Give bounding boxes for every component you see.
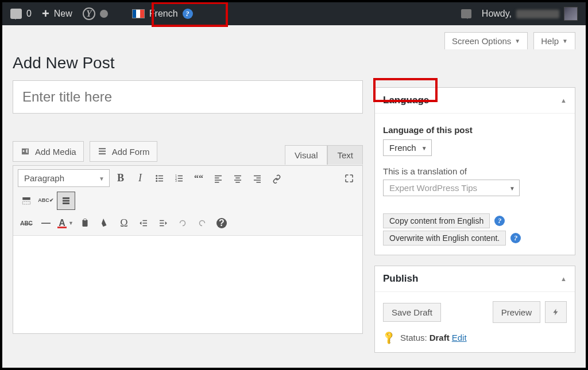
link-button[interactable] <box>268 170 285 187</box>
svg-rect-22 <box>254 180 261 181</box>
publish-box-header[interactable]: Publish ▲ <box>375 266 575 292</box>
status-value: Draft <box>430 333 450 342</box>
language-box-header[interactable]: Language ▲ <box>375 88 575 114</box>
svg-rect-1 <box>158 175 163 176</box>
editor-content-area[interactable] <box>13 236 362 333</box>
svg-rect-34 <box>160 220 164 221</box>
publish-postbox: Publish ▲ Save Draft Preview <box>374 266 575 353</box>
bolt-icon <box>552 307 560 317</box>
admin-language-switch[interactable]: French ? <box>132 9 193 19</box>
plus-icon: + <box>42 7 49 20</box>
language-field-label: Language of this post <box>383 125 567 135</box>
redo-button[interactable] <box>194 215 211 232</box>
language-postbox: Language ▲ Language of this post French … <box>374 87 575 255</box>
svg-rect-3 <box>158 178 163 179</box>
svg-rect-36 <box>160 225 164 227</box>
preview-changes-button[interactable] <box>545 301 567 323</box>
admin-new[interactable]: + New <box>42 7 72 20</box>
post-title-input[interactable] <box>13 80 363 114</box>
language-select[interactable]: French <box>383 139 432 156</box>
svg-rect-35 <box>160 223 164 224</box>
spellcheck-button[interactable]: ABC✔ <box>37 192 55 209</box>
svg-point-4 <box>156 180 157 182</box>
translation-of-select[interactable]: Expert WordPress Tips <box>383 180 520 196</box>
caret-down-icon: ▼ <box>68 220 74 226</box>
caret-up-icon: ▲ <box>560 97 567 104</box>
svg-point-0 <box>156 175 157 177</box>
admin-yoast[interactable]: Y <box>83 7 108 20</box>
svg-rect-23 <box>257 182 261 183</box>
align-left-button[interactable] <box>210 170 227 187</box>
svg-rect-12 <box>215 175 222 176</box>
paragraph-select-label: Paragraph <box>24 173 64 183</box>
avatar-icon <box>564 7 578 21</box>
admin-account[interactable]: Howdy, <box>482 7 578 21</box>
align-right-button[interactable] <box>249 170 266 187</box>
add-form-button[interactable]: Add Form <box>90 141 157 162</box>
undo-button[interactable] <box>174 215 191 232</box>
svg-rect-31 <box>143 220 148 221</box>
insert-read-more-button[interactable] <box>18 192 35 209</box>
save-draft-button[interactable]: Save Draft <box>383 303 441 322</box>
svg-rect-13 <box>215 177 219 178</box>
svg-rect-19 <box>235 182 240 183</box>
svg-rect-14 <box>215 180 222 181</box>
speech-bubble-icon <box>10 9 22 19</box>
username-redacted <box>516 10 559 18</box>
overwrite-content-button[interactable]: Overwrite with English content. <box>383 231 506 246</box>
status-edit-link[interactable]: Edit <box>452 333 467 342</box>
new-label: New <box>54 9 72 19</box>
svg-rect-27 <box>63 200 69 202</box>
fullscreen-button[interactable] <box>341 170 358 187</box>
svg-rect-16 <box>234 175 241 176</box>
help-icon[interactable]: ? <box>183 9 193 19</box>
howdy-label: Howdy, <box>482 9 512 19</box>
caret-down-icon: ▼ <box>562 38 568 44</box>
svg-rect-8 <box>178 180 183 181</box>
italic-button[interactable]: I <box>131 170 149 187</box>
text-color-button[interactable]: A ▼ <box>57 215 74 232</box>
bold-button[interactable]: B <box>112 170 129 187</box>
key-icon: 🔑 <box>381 330 397 346</box>
paragraph-select[interactable]: Paragraph <box>18 169 110 187</box>
bulleted-list-button[interactable] <box>151 170 168 187</box>
tab-text[interactable]: Text <box>327 145 363 165</box>
form-icon <box>97 146 107 157</box>
tab-visual[interactable]: Visual <box>285 145 328 165</box>
svg-rect-25 <box>22 202 30 205</box>
copy-content-button[interactable]: Copy content from English <box>383 213 490 228</box>
toolbar-toggle-button[interactable] <box>57 192 75 210</box>
add-media-button[interactable]: Add Media <box>13 141 84 162</box>
chat-icon[interactable] <box>461 9 471 18</box>
contextual-tabs: Screen Options ▼ Help ▼ <box>2 25 586 49</box>
preview-button[interactable]: Preview <box>493 301 540 323</box>
special-char-button[interactable]: Ω <box>115 215 133 232</box>
svg-rect-17 <box>235 177 240 178</box>
svg-rect-24 <box>22 197 30 200</box>
screen-options-tab[interactable]: Screen Options ▼ <box>444 32 528 49</box>
outdent-button[interactable] <box>135 215 152 232</box>
admin-comments[interactable]: 0 <box>10 9 32 19</box>
help-icon[interactable]: ? <box>494 216 505 226</box>
editor-toolbar: Paragraph B I 123 ““ <box>13 166 362 236</box>
clear-formatting-button[interactable] <box>96 215 113 232</box>
language-select-value: French <box>389 143 416 153</box>
strikethrough-button[interactable]: ABC <box>18 215 35 232</box>
paste-button[interactable] <box>76 215 94 232</box>
help-tab[interactable]: Help ▼ <box>533 32 575 49</box>
numbered-list-button[interactable]: 123 <box>171 170 188 187</box>
editor: Visual Text Paragraph B I 123 ““ <box>13 165 363 334</box>
svg-rect-6 <box>178 175 183 176</box>
svg-rect-33 <box>143 225 148 227</box>
keyboard-help-button[interactable]: ? <box>213 215 230 232</box>
blockquote-button[interactable]: ““ <box>190 170 207 187</box>
svg-rect-30 <box>84 219 87 221</box>
horizontal-rule-button[interactable]: — <box>37 215 55 232</box>
comments-count: 0 <box>26 9 32 19</box>
help-icon[interactable]: ? <box>510 233 521 243</box>
svg-rect-7 <box>178 178 183 179</box>
svg-rect-21 <box>257 177 261 178</box>
indent-button[interactable] <box>154 215 172 232</box>
admin-language-label: French <box>149 9 178 19</box>
align-center-button[interactable] <box>229 170 246 187</box>
